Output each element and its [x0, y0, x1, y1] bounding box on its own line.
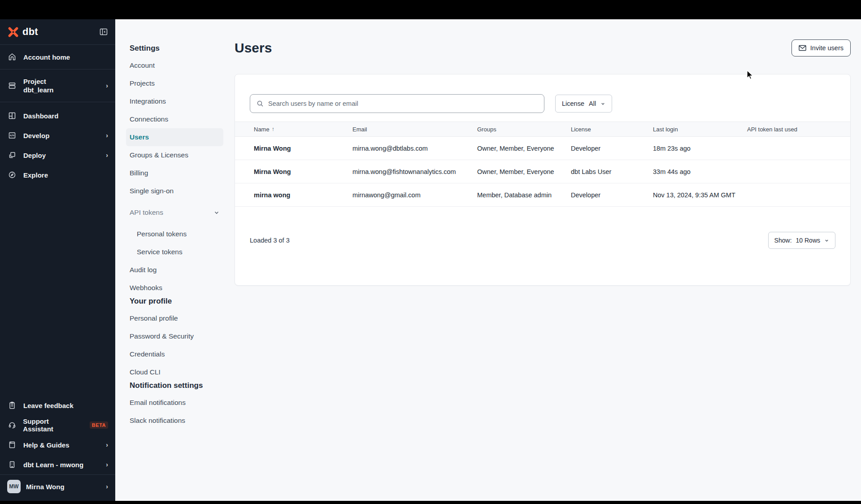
table-row[interactable]: Mirna Wong mirna.wong@fishtownanalytics.…	[235, 160, 850, 183]
develop-code-icon	[7, 131, 17, 140]
sidebar-logo-row: dbt	[0, 19, 115, 44]
cell-last-login: Nov 13, 2024, 9:35 AM GMT	[653, 191, 747, 199]
chevron-right-icon: ›	[106, 461, 108, 468]
sidebar-item-leave-feedback[interactable]: Leave feedback	[0, 395, 115, 415]
cell-name: Mirna Wong	[254, 168, 352, 175]
column-header-last-login[interactable]: Last login	[653, 126, 747, 133]
sidebar-user-menu[interactable]: MW Mirna Wong ›	[0, 475, 115, 498]
sidebar-item-account-switcher[interactable]: dbt Learn - mwong ›	[0, 455, 115, 474]
settings-nav-personal-tokens[interactable]: Personal tokens	[126, 225, 223, 243]
settings-nav-webhooks[interactable]: Webhooks	[126, 279, 223, 297]
sidebar-project-name: dbt_learn	[23, 86, 54, 95]
sidebar-item-label: Explore	[23, 171, 48, 179]
table-row[interactable]: mirna wong mirnawong@gmail.com Member, D…	[235, 183, 850, 207]
cell-license: Developer	[571, 145, 653, 152]
top-window-bar	[0, 0, 861, 19]
search-icon	[257, 100, 264, 107]
sidebar-item-project[interactable]: Project dbt_learn ›	[0, 70, 115, 102]
home-icon	[7, 52, 17, 61]
settings-nav-audit-log[interactable]: Audit log	[126, 261, 223, 279]
chevron-right-icon: ›	[106, 152, 108, 159]
license-filter-dropdown[interactable]: License All	[555, 95, 612, 113]
explore-compass-icon	[7, 170, 17, 179]
cell-groups: Owner, Member, Everyone	[477, 145, 571, 152]
settings-nav-slack-notifications[interactable]: Slack notifications	[126, 412, 223, 430]
chevron-right-icon: ›	[106, 82, 108, 89]
invite-users-label: Invite users	[810, 44, 844, 52]
settings-nav-password-security[interactable]: Password & Security	[126, 327, 223, 345]
settings-nav-users[interactable]: Users	[126, 128, 223, 146]
settings-nav-heading: Settings	[130, 44, 223, 53]
loaded-count-text: Loaded 3 of 3	[250, 237, 290, 244]
sidebar-item-explore[interactable]: Explore	[0, 165, 115, 185]
sidebar-item-support-assistant[interactable]: Support Assistant BETA	[0, 415, 115, 435]
dbt-logo[interactable]: dbt	[7, 26, 38, 38]
column-header-api-token[interactable]: API token last used	[747, 126, 850, 133]
chevron-down-icon	[213, 209, 220, 216]
settings-nav-groups-licenses[interactable]: Groups & Licenses	[126, 146, 223, 164]
sidebar-item-label: Deploy	[23, 152, 46, 159]
dbt-logo-text: dbt	[22, 26, 38, 38]
building-icon	[7, 460, 17, 469]
cell-name: Mirna Wong	[254, 145, 352, 152]
sidebar-item-dashboard[interactable]: Dashboard	[0, 106, 115, 126]
rows-per-page-dropdown[interactable]: Show: 10 Rows	[768, 232, 835, 249]
search-box	[250, 94, 544, 113]
sidebar-item-label: Dashboard	[23, 112, 58, 120]
table-header-row: Name ↑ Email Groups License Last login A…	[235, 122, 850, 137]
column-header-name[interactable]: Name ↑	[254, 126, 352, 133]
cell-name: mirna wong	[254, 191, 352, 199]
cell-email: mirna.wong@dbtlabs.com	[352, 145, 477, 152]
settings-nav-cloud-cli[interactable]: Cloud CLI	[126, 363, 223, 381]
settings-nav-connections[interactable]: Connections	[126, 110, 223, 128]
collapse-sidebar-icon[interactable]	[99, 27, 108, 36]
page-title: Users	[235, 40, 272, 56]
settings-nav-integrations[interactable]: Integrations	[126, 92, 223, 110]
sidebar-item-label: Project	[23, 77, 54, 86]
cell-groups: Owner, Member, Everyone	[477, 168, 571, 175]
users-card: License All Name ↑ Email Groups License …	[235, 74, 851, 286]
main-content: Users Invite users License	[235, 37, 851, 286]
settings-nav-projects[interactable]: Projects	[126, 74, 223, 92]
settings-nav-account[interactable]: Account	[126, 56, 223, 74]
avatar: MW	[7, 480, 21, 493]
settings-nav: Settings Account Projects Integrations C…	[126, 44, 223, 430]
settings-nav-billing[interactable]: Billing	[126, 164, 223, 182]
search-users-input[interactable]	[268, 100, 538, 107]
sidebar-item-label: dbt Learn - mwong	[23, 461, 83, 469]
show-value: 10 Rows	[796, 237, 820, 244]
profile-heading: Your profile	[130, 297, 223, 306]
settings-nav-email-notifications[interactable]: Email notifications	[126, 394, 223, 412]
deploy-icon	[7, 151, 17, 160]
column-header-license[interactable]: License	[571, 126, 653, 133]
envelope-icon	[799, 45, 806, 51]
settings-nav-credentials[interactable]: Credentials	[126, 345, 223, 363]
cell-email: mirna.wong@fishtownanalytics.com	[352, 168, 477, 175]
settings-nav-single-sign-on[interactable]: Single sign-on	[126, 182, 223, 200]
app-sidebar: dbt Account home Project dbt	[0, 19, 115, 501]
project-box-icon	[7, 81, 17, 90]
chevron-right-icon: ›	[106, 483, 108, 490]
settings-nav-service-tokens[interactable]: Service tokens	[126, 243, 223, 261]
sidebar-item-label: Help & Guides	[23, 441, 70, 449]
column-header-groups[interactable]: Groups	[477, 126, 571, 133]
headset-icon	[7, 421, 17, 430]
settings-nav-personal-profile[interactable]: Personal profile	[126, 309, 223, 327]
license-filter-value: All	[589, 100, 596, 107]
sidebar-item-deploy[interactable]: Deploy ›	[0, 145, 115, 165]
column-header-email[interactable]: Email	[352, 126, 477, 133]
settings-nav-api-tokens[interactable]: API tokens	[126, 204, 223, 222]
chevron-right-icon: ›	[106, 132, 108, 139]
cell-groups: Member, Database admin	[477, 191, 571, 199]
invite-users-button[interactable]: Invite users	[791, 39, 851, 56]
beta-badge: BETA	[90, 421, 108, 429]
sidebar-item-label: Account home	[23, 53, 70, 61]
sidebar-item-develop[interactable]: Develop ›	[0, 126, 115, 145]
cell-license: Developer	[571, 191, 653, 199]
sidebar-item-account-home[interactable]: Account home	[0, 45, 115, 69]
bottom-window-bar	[0, 501, 861, 504]
chevron-right-icon: ›	[106, 441, 108, 448]
table-row[interactable]: Mirna Wong mirna.wong@dbtlabs.com Owner,…	[235, 137, 850, 160]
sidebar-item-help-guides[interactable]: Help & Guides ›	[0, 435, 115, 455]
chevron-down-icon	[600, 101, 605, 106]
